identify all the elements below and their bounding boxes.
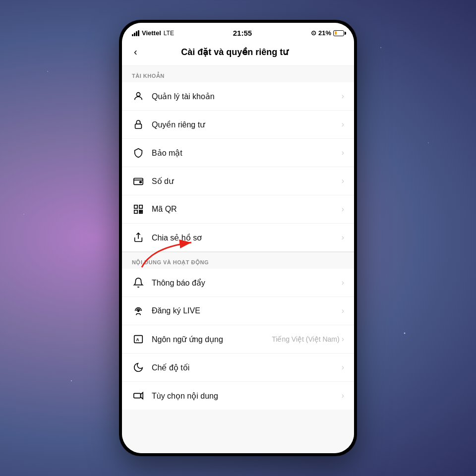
menu-item-language[interactable]: A Ngôn ngữ ứng dụng Tiếng Việt (Việt Nam… xyxy=(122,325,354,354)
qr-icon xyxy=(132,203,145,216)
content-options-label: Tùy chọn nội dung xyxy=(152,391,342,401)
menu-item-security[interactable]: Bảo mật › xyxy=(122,139,354,167)
svg-rect-7 xyxy=(139,210,141,212)
notifications-label: Thông báo đẩy xyxy=(152,278,342,288)
content-section: NỘI DUNG VÀ HOẠT ĐỘNG Thông báo đẩy › xyxy=(122,252,354,410)
svg-rect-10 xyxy=(141,212,143,214)
menu-item-notifications[interactable]: Thông báo đẩy › xyxy=(122,269,354,297)
qr-label: Mã QR xyxy=(152,205,342,214)
menu-item-balance[interactable]: Số dư › xyxy=(122,167,354,195)
privacy-label: Quyền riêng tư xyxy=(152,120,342,129)
shield-icon xyxy=(132,146,145,159)
svg-rect-6 xyxy=(134,210,137,213)
carrier-label: Viettel xyxy=(142,29,161,37)
language-label: Ngôn ngữ ứng dụng xyxy=(152,335,272,344)
status-bar: Viettel LTE 21:55 ⊙ 21% xyxy=(122,23,354,40)
battery-percent: 21% xyxy=(318,29,331,37)
signal-bars xyxy=(132,30,139,36)
chevron-icon: › xyxy=(342,391,344,400)
battery-body xyxy=(333,30,344,36)
battery-fill xyxy=(335,31,337,35)
back-button[interactable]: ‹ xyxy=(130,44,141,60)
svg-rect-9 xyxy=(139,212,141,214)
status-right: ⊙ 21% xyxy=(311,29,344,37)
svg-rect-5 xyxy=(139,205,142,208)
phone-frame: Viettel LTE 21:55 ⊙ 21% ‹ Cài đặt và quy… xyxy=(119,20,357,456)
chevron-icon: › xyxy=(342,205,344,214)
video-icon xyxy=(132,389,145,402)
location-icon: ⊙ xyxy=(311,29,316,37)
svg-point-0 xyxy=(136,93,140,96)
signal-bar-1 xyxy=(132,34,133,36)
svg-rect-8 xyxy=(141,210,143,212)
menu-item-share-profile[interactable]: Chia sẻ hồ sơ › xyxy=(122,224,354,252)
language-icon: A xyxy=(132,333,145,346)
svg-point-13 xyxy=(138,310,139,312)
chevron-icon: › xyxy=(342,306,344,315)
person-icon xyxy=(132,90,145,103)
balance-label: Số dư xyxy=(152,177,342,186)
phone-screen: Viettel LTE 21:55 ⊙ 21% ‹ Cài đặt và quy… xyxy=(122,23,354,453)
menu-item-account-management[interactable]: Quản lý tài khoản › xyxy=(122,82,354,111)
chevron-icon: › xyxy=(342,148,344,157)
svg-text:A: A xyxy=(136,338,139,342)
svg-rect-1 xyxy=(135,124,142,128)
signal-bar-3 xyxy=(136,31,137,36)
menu-item-live[interactable]: Đăng ký LIVE › xyxy=(122,297,354,325)
dark-mode-label: Chế độ tối xyxy=(152,363,342,372)
status-left: Viettel LTE xyxy=(132,29,174,37)
svg-rect-4 xyxy=(134,205,137,208)
nav-bar: ‹ Cài đặt và quyền riêng tư xyxy=(122,40,354,66)
battery-indicator xyxy=(333,30,344,36)
chevron-icon: › xyxy=(342,92,344,101)
security-label: Bảo mật xyxy=(152,148,342,158)
share-profile-label: Chia sẻ hồ sơ xyxy=(152,233,342,242)
live-label: Đăng ký LIVE xyxy=(152,306,342,315)
wallet-icon xyxy=(132,175,145,187)
bell-icon xyxy=(132,276,145,289)
chevron-icon: › xyxy=(342,177,344,185)
svg-rect-16 xyxy=(134,393,141,398)
lock-icon xyxy=(132,118,145,131)
time-label: 21:55 xyxy=(233,29,252,37)
network-label: LTE xyxy=(164,30,174,37)
chevron-icon: › xyxy=(342,120,344,129)
menu-item-content-options[interactable]: Tùy chọn nội dung › xyxy=(122,382,354,410)
chevron-icon: › xyxy=(342,335,344,344)
account-management-label: Quản lý tài khoản xyxy=(152,92,342,101)
chevron-icon: › xyxy=(342,233,344,242)
signal-bar-4 xyxy=(138,30,139,36)
account-menu-list: Quản lý tài khoản › Quyền riêng tư › xyxy=(122,82,354,252)
live-icon xyxy=(132,304,145,317)
account-section: TÀI KHOẢN Quản lý tài khoản › xyxy=(122,66,354,252)
menu-item-dark-mode[interactable]: Chế độ tối › xyxy=(122,354,354,382)
signal-bar-2 xyxy=(134,33,135,36)
language-value: Tiếng Việt (Việt Nam) xyxy=(272,335,339,343)
svg-rect-3 xyxy=(140,181,142,183)
svg-marker-17 xyxy=(141,393,143,399)
page-title: Cài đặt và quyền riêng tư xyxy=(141,47,328,58)
moon-icon xyxy=(132,361,145,374)
chevron-icon: › xyxy=(342,278,344,287)
chevron-icon: › xyxy=(342,363,344,372)
settings-content: TÀI KHOẢN Quản lý tài khoản › xyxy=(122,66,354,453)
share-icon xyxy=(132,231,145,244)
menu-item-privacy[interactable]: Quyền riêng tư › xyxy=(122,111,354,139)
account-section-header: TÀI KHOẢN xyxy=(122,66,354,82)
content-menu-list: Thông báo đẩy › Đă xyxy=(122,269,354,410)
content-section-header: NỘI DUNG VÀ HOẠT ĐỘNG xyxy=(122,252,354,269)
menu-item-qr[interactable]: Mã QR › xyxy=(122,195,354,224)
